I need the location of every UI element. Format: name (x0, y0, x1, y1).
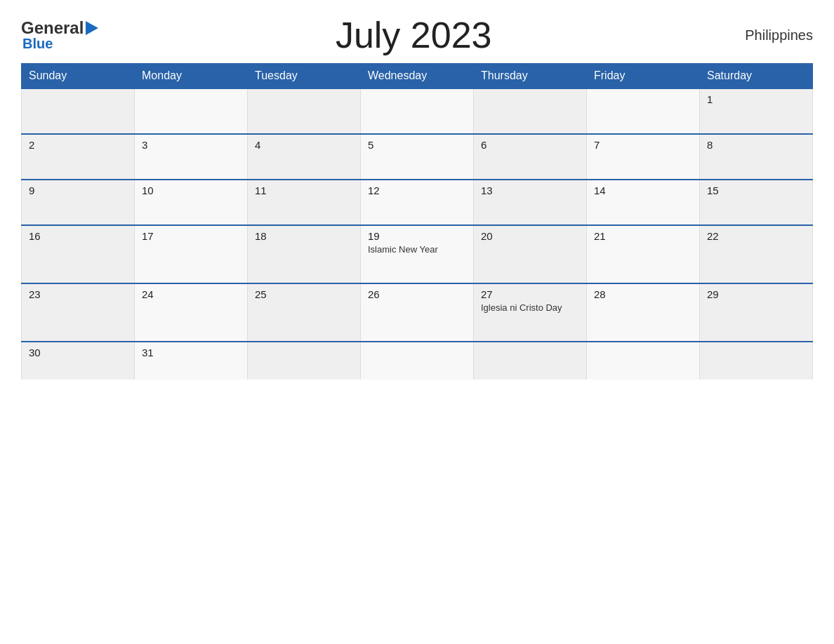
day-event: Iglesia ni Cristo Day (481, 302, 579, 313)
day-number: 27 (481, 288, 579, 300)
country-label: Philippines (729, 27, 813, 43)
day-number: 4 (255, 139, 353, 151)
day-number: 9 (29, 185, 127, 196)
day-number: 26 (368, 288, 466, 300)
day-number: 18 (255, 230, 353, 242)
day-number: 25 (255, 288, 353, 300)
day-number: 17 (142, 230, 240, 242)
calendar-day (22, 88, 135, 134)
calendar-day: 9 (22, 180, 135, 225)
calendar-day: 20 (474, 225, 587, 283)
day-number: 5 (368, 139, 466, 151)
calendar-day: 28 (587, 283, 700, 342)
header-saturday: Saturday (700, 64, 813, 89)
calendar-day (248, 88, 361, 134)
calendar-week-row: 16171819Islamic New Year202122 (22, 225, 813, 283)
calendar-day: 23 (22, 283, 135, 342)
header-wednesday: Wednesday (361, 64, 474, 89)
calendar-day (248, 342, 361, 380)
day-number: 13 (481, 185, 579, 196)
header-monday: Monday (135, 64, 248, 89)
logo-triangle-icon (86, 21, 98, 35)
day-number: 12 (368, 185, 466, 196)
header-thursday: Thursday (474, 64, 587, 89)
calendar-day: 4 (248, 134, 361, 180)
day-number: 3 (142, 139, 240, 151)
calendar-day: 26 (361, 283, 474, 342)
calendar-week-row: 9101112131415 (22, 180, 813, 225)
calendar-day (474, 88, 587, 134)
logo: General Blue (21, 18, 98, 52)
day-number: 24 (142, 288, 240, 300)
calendar-day: 19Islamic New Year (361, 225, 474, 283)
calendar-day: 15 (700, 180, 813, 225)
calendar-day: 11 (248, 180, 361, 225)
calendar-day: 25 (248, 283, 361, 342)
calendar-day: 13 (474, 180, 587, 225)
calendar-day: 17 (135, 225, 248, 283)
day-number: 16 (29, 230, 127, 242)
calendar-day: 30 (22, 342, 135, 380)
calendar-day (700, 342, 813, 380)
day-number: 6 (481, 139, 579, 151)
logo-general-row: General (21, 18, 98, 38)
calendar-day: 14 (587, 180, 700, 225)
calendar-week-row: 2324252627Iglesia ni Cristo Day2829 (22, 283, 813, 342)
calendar-day: 2 (22, 134, 135, 180)
calendar-day: 27Iglesia ni Cristo Day (474, 283, 587, 342)
day-number: 22 (707, 230, 805, 242)
calendar-day (361, 88, 474, 134)
day-number: 28 (594, 288, 692, 300)
day-number: 31 (142, 347, 240, 358)
calendar-day: 24 (135, 283, 248, 342)
calendar-day: 22 (700, 225, 813, 283)
calendar-week-row: 1 (22, 88, 813, 134)
calendar-day (474, 342, 587, 380)
calendar-day: 3 (135, 134, 248, 180)
header-sunday: Sunday (22, 64, 135, 89)
calendar-day: 12 (361, 180, 474, 225)
day-number: 21 (594, 230, 692, 242)
calendar-day: 10 (135, 180, 248, 225)
calendar-day: 6 (474, 134, 587, 180)
logo-general-text: General (21, 18, 84, 38)
calendar-day: 16 (22, 225, 135, 283)
day-number: 19 (368, 230, 466, 242)
day-number: 1 (707, 93, 805, 105)
calendar-week-row: 2345678 (22, 134, 813, 180)
calendar-day (587, 88, 700, 134)
calendar-day (587, 342, 700, 380)
day-number: 20 (481, 230, 579, 242)
calendar-title: July 2023 (336, 14, 492, 56)
header-friday: Friday (587, 64, 700, 89)
day-number: 23 (29, 288, 127, 300)
day-number: 7 (594, 139, 692, 151)
calendar-day: 1 (700, 88, 813, 134)
day-number: 15 (707, 185, 805, 196)
day-number: 30 (29, 347, 127, 358)
calendar-week-row: 3031 (22, 342, 813, 380)
calendar-day (361, 342, 474, 380)
day-number: 10 (142, 185, 240, 196)
day-number: 14 (594, 185, 692, 196)
calendar-day: 29 (700, 283, 813, 342)
calendar-day: 31 (135, 342, 248, 380)
calendar-day: 8 (700, 134, 813, 180)
day-number: 29 (707, 288, 805, 300)
day-event: Islamic New Year (368, 244, 466, 255)
calendar-table: Sunday Monday Tuesday Wednesday Thursday… (21, 63, 813, 380)
day-number: 2 (29, 139, 127, 151)
calendar-day: 18 (248, 225, 361, 283)
day-number: 11 (255, 185, 353, 196)
calendar-day: 7 (587, 134, 700, 180)
page-header: General Blue July 2023 Philippines (21, 14, 813, 56)
svg-marker-0 (86, 21, 98, 35)
header-tuesday: Tuesday (248, 64, 361, 89)
calendar-day (135, 88, 248, 134)
logo-blue-text: Blue (21, 36, 53, 52)
calendar-day: 21 (587, 225, 700, 283)
calendar-day: 5 (361, 134, 474, 180)
day-number: 8 (707, 139, 805, 151)
weekday-header-row: Sunday Monday Tuesday Wednesday Thursday… (22, 64, 813, 89)
